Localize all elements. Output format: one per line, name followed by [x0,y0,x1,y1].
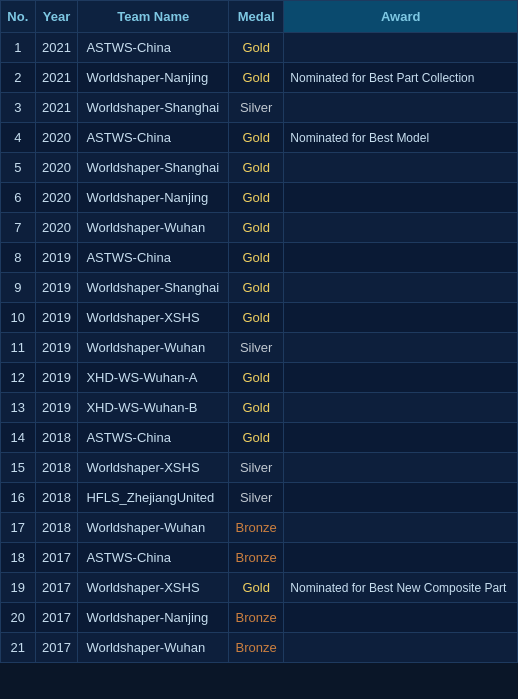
cell-award: Nominated for Best New Composite Part [284,573,518,603]
cell-medal: Silver [229,483,284,513]
cell-no: 12 [1,363,36,393]
cell-year: 2021 [35,33,78,63]
cell-award [284,603,518,633]
table-row: 192017Worldshaper-XSHSGoldNominated for … [1,573,518,603]
cell-team: Worldshaper-Shanghai [78,273,229,303]
cell-medal: Bronze [229,603,284,633]
table-row: 202017Worldshaper-NanjingBronze [1,603,518,633]
cell-team: Worldshaper-Wuhan [78,513,229,543]
cell-award [284,33,518,63]
cell-year: 2018 [35,513,78,543]
table-row: 122019XHD-WS-Wuhan-AGold [1,363,518,393]
cell-year: 2019 [35,333,78,363]
table-row: 22021Worldshaper-NanjingGoldNominated fo… [1,63,518,93]
cell-no: 20 [1,603,36,633]
cell-no: 14 [1,423,36,453]
cell-year: 2017 [35,573,78,603]
cell-team: Worldshaper-Nanjing [78,183,229,213]
cell-team: HFLS_ZhejiangUnited [78,483,229,513]
table-row: 162018HFLS_ZhejiangUnitedSilver [1,483,518,513]
table-row: 82019ASTWS-ChinaGold [1,243,518,273]
cell-award [284,303,518,333]
cell-year: 2021 [35,93,78,123]
table-row: 12021ASTWS-ChinaGold [1,33,518,63]
cell-award [284,363,518,393]
cell-medal: Gold [229,273,284,303]
cell-team: Worldshaper-Wuhan [78,213,229,243]
col-header-year: Year [35,1,78,33]
cell-award [284,513,518,543]
table-row: 212017Worldshaper-WuhanBronze [1,633,518,663]
cell-team: ASTWS-China [78,423,229,453]
table-row: 32021Worldshaper-ShanghaiSilver [1,93,518,123]
cell-medal: Gold [229,393,284,423]
cell-team: Worldshaper-Wuhan [78,333,229,363]
cell-year: 2017 [35,603,78,633]
cell-team: ASTWS-China [78,543,229,573]
cell-no: 6 [1,183,36,213]
cell-no: 17 [1,513,36,543]
cell-year: 2019 [35,303,78,333]
cell-team: XHD-WS-Wuhan-B [78,393,229,423]
cell-medal: Silver [229,453,284,483]
cell-no: 9 [1,273,36,303]
cell-medal: Gold [229,423,284,453]
table-row: 72020Worldshaper-WuhanGold [1,213,518,243]
cell-team: ASTWS-China [78,33,229,63]
cell-no: 10 [1,303,36,333]
cell-year: 2020 [35,153,78,183]
cell-no: 8 [1,243,36,273]
cell-award [284,453,518,483]
cell-no: 15 [1,453,36,483]
cell-team: Worldshaper-Wuhan [78,633,229,663]
cell-award [284,333,518,363]
cell-no: 13 [1,393,36,423]
cell-award [284,273,518,303]
cell-award [284,483,518,513]
cell-award [284,633,518,663]
cell-year: 2018 [35,423,78,453]
cell-team: ASTWS-China [78,243,229,273]
cell-no: 18 [1,543,36,573]
cell-year: 2017 [35,633,78,663]
cell-no: 4 [1,123,36,153]
cell-year: 2021 [35,63,78,93]
cell-no: 3 [1,93,36,123]
col-header-medal: Medal [229,1,284,33]
cell-year: 2018 [35,483,78,513]
cell-award [284,183,518,213]
table-row: 132019XHD-WS-Wuhan-BGold [1,393,518,423]
cell-medal: Gold [229,213,284,243]
cell-award [284,423,518,453]
table-row: 182017ASTWS-ChinaBronze [1,543,518,573]
cell-no: 16 [1,483,36,513]
cell-no: 1 [1,33,36,63]
table-row: 152018Worldshaper-XSHSSilver [1,453,518,483]
cell-team: XHD-WS-Wuhan-A [78,363,229,393]
table-row: 142018ASTWS-ChinaGold [1,423,518,453]
cell-medal: Silver [229,333,284,363]
cell-medal: Gold [229,33,284,63]
cell-medal: Silver [229,93,284,123]
cell-no: 7 [1,213,36,243]
cell-team: Worldshaper-Shanghai [78,93,229,123]
col-header-no: No. [1,1,36,33]
cell-medal: Gold [229,153,284,183]
cell-year: 2017 [35,543,78,573]
table-row: 102019Worldshaper-XSHSGold [1,303,518,333]
cell-medal: Gold [229,303,284,333]
cell-award [284,93,518,123]
cell-year: 2019 [35,243,78,273]
cell-year: 2020 [35,123,78,153]
cell-award [284,213,518,243]
table-row: 52020Worldshaper-ShanghaiGold [1,153,518,183]
cell-year: 2019 [35,363,78,393]
cell-medal: Bronze [229,633,284,663]
cell-year: 2019 [35,273,78,303]
table-row: 92019Worldshaper-ShanghaiGold [1,273,518,303]
table-row: 42020ASTWS-ChinaGoldNominated for Best M… [1,123,518,153]
cell-team: ASTWS-China [78,123,229,153]
cell-year: 2018 [35,453,78,483]
cell-no: 21 [1,633,36,663]
cell-no: 5 [1,153,36,183]
